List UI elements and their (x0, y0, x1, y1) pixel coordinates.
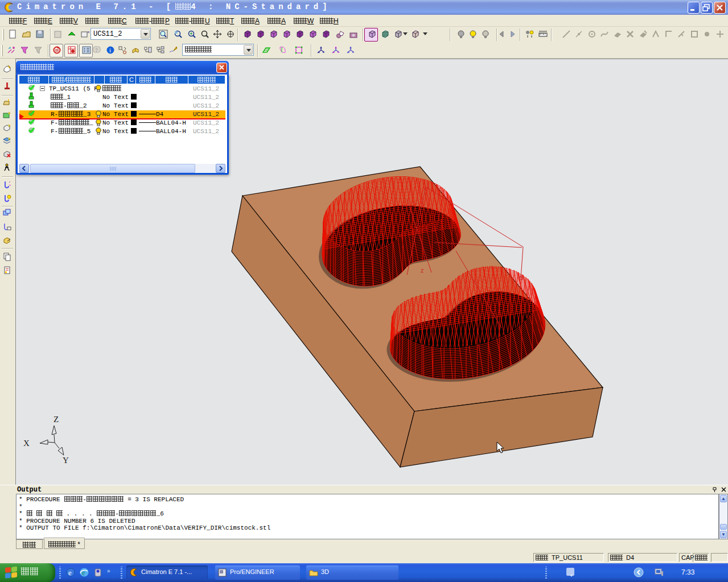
svg-text:Z: Z (421, 269, 424, 274)
svg-text:i: i (109, 47, 111, 53)
svg-text:?: ? (95, 47, 98, 53)
svg-text:Y: Y (63, 456, 69, 465)
svg-text:e: e (68, 568, 72, 577)
svg-text:Z: Z (54, 415, 59, 424)
svg-text:e: e (82, 569, 85, 577)
svg-text:X: X (23, 439, 30, 448)
